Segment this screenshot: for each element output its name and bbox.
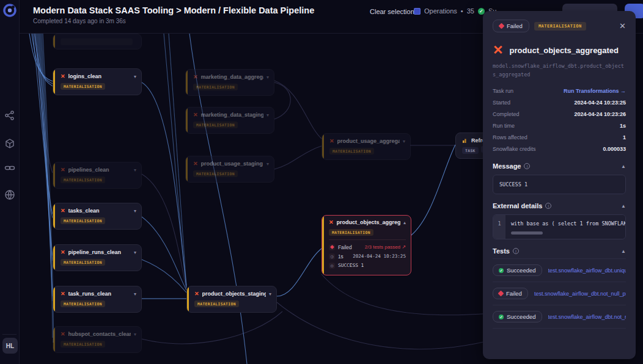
- info-icon: i: [524, 163, 530, 169]
- node-product-objects-aggregated-selected[interactable]: ✕ product_objects_aggregated ▴ MATERIALI…: [322, 215, 411, 275]
- materialisation-badge: MATERIALISATION: [61, 259, 105, 266]
- check-icon: ✓: [499, 315, 504, 319]
- node-accent-bar: [53, 327, 55, 352]
- detail-label: Completed: [493, 111, 520, 117]
- link-icon[interactable]: [4, 162, 15, 173]
- line-number: 1: [493, 215, 505, 239]
- chevron-down-icon[interactable]: ▾: [134, 291, 136, 297]
- test-status-label: Succeeded: [507, 267, 536, 274]
- message-status-icon: ◎: [329, 263, 335, 269]
- node-title: product_objects_staging: [202, 291, 266, 297]
- detail-row: Run time 1s: [493, 120, 626, 131]
- dbt-icon: ✕: [61, 167, 65, 173]
- failed-badge: Failed: [493, 288, 528, 299]
- detail-row: Started 2024-04-24 10:23:25: [493, 96, 626, 108]
- node-product-objects-staging[interactable]: ✕ product_objects_staging ▾ MATERIALISAT…: [186, 286, 277, 313]
- materialisation-badge: MATERIALISATION: [61, 217, 105, 224]
- app-logo-icon[interactable]: [3, 4, 17, 17]
- horizontal-scrollbar[interactable]: [511, 231, 543, 235]
- materialisation-badge: MATERIALISATION: [61, 341, 105, 348]
- materialisation-badge: MATERIALISATION: [329, 148, 374, 155]
- chevron-down-icon[interactable]: ▾: [134, 167, 136, 173]
- tests-bottom-divider: [493, 328, 626, 329]
- node-title: marketing_data_aggregated: [201, 74, 263, 80]
- chevron-down-icon[interactable]: ▾: [403, 139, 405, 144]
- materialisation-badge: MATERIALISATION: [329, 229, 373, 236]
- tests-section-title: Tests: [493, 247, 510, 255]
- dbt-icon: ✕: [493, 43, 504, 57]
- chevron-down-icon[interactable]: ▾: [134, 74, 136, 79]
- info-icon: i: [545, 203, 551, 209]
- node-accent-bar: [53, 245, 55, 271]
- materialisation-badge: MATERIALISATION: [193, 122, 238, 128]
- node-product-usage-staging[interactable]: ✕ product_usage_staging ▾ MATERIALISATIO…: [185, 156, 274, 183]
- node-accent-bar: [53, 162, 55, 188]
- chevron-down-icon[interactable]: ▾: [266, 161, 269, 167]
- materialisation-badge: MATERIALISATION: [61, 177, 105, 183]
- chevron-down-icon[interactable]: ▾: [134, 250, 136, 255]
- user-avatar[interactable]: HL: [2, 338, 18, 354]
- task-run-link[interactable]: Run Transformations →: [564, 88, 626, 94]
- materialisation-badge: MATERIALISATION: [61, 83, 105, 90]
- node-marketing-data-staging[interactable]: ✕ marketing_data_staging ▾ MATERIALISATI…: [185, 107, 274, 134]
- dbt-icon: ✕: [193, 74, 198, 80]
- task-run-details: Task run Run Transformations → Started 2…: [493, 85, 626, 155]
- pipeline-graph-icon[interactable]: [4, 110, 15, 121]
- materialisation-badge: MATERIALISATION: [193, 84, 238, 90]
- node-pipeline-runs-clean[interactable]: ✕ pipeline_runs_clean ▾ MATERIALISATION: [53, 244, 142, 271]
- operations-separator: •: [461, 7, 463, 15]
- close-icon[interactable]: ✕: [619, 21, 626, 31]
- test-link[interactable]: test.snowflake_airflow_dbt.unique_pro: [548, 268, 626, 274]
- node-title: product_objects_aggregated: [337, 219, 400, 225]
- node-status-label: Failed: [338, 244, 352, 250]
- node-tasks-clean[interactable]: ✕ tasks_clean ▾ MATERIALISATION: [53, 203, 142, 230]
- node-task-runs-clean[interactable]: ✕ task_runs_clean ▾ MATERIALISATION: [53, 286, 142, 313]
- chart-icon: [462, 137, 468, 144]
- status-badge: Failed: [493, 20, 529, 32]
- chevron-down-icon[interactable]: ▾: [134, 332, 136, 337]
- dbt-icon: ✕: [193, 161, 198, 167]
- collapse-arrow-icon[interactable]: ▲: [621, 249, 626, 254]
- node-accent-bar: [53, 34, 55, 49]
- node-accent-bar: [322, 216, 324, 275]
- detail-value: 1s: [620, 123, 626, 129]
- node-runtime: 1s: [338, 253, 344, 260]
- node-title: tasks_clean: [68, 208, 131, 214]
- cube-icon[interactable]: [4, 138, 15, 149]
- detail-label: Run time: [493, 123, 515, 129]
- chevron-down-icon[interactable]: ▾: [269, 291, 271, 297]
- node-divider: [329, 239, 406, 240]
- tests-summary-link[interactable]: 2/3 tests passed ↗: [365, 244, 406, 250]
- detail-label: Snowflake credits: [493, 146, 536, 152]
- materialisation-badge: MATERIALISATION: [534, 22, 586, 31]
- sql-code-line: with base as ( select 1 from SNOWFLAKE: [511, 220, 620, 227]
- test-link[interactable]: test.snowflake_airflow_dbt.not_null_pr: [534, 291, 626, 297]
- materialisation-badge: MATERIALISATION: [193, 170, 238, 177]
- task-badge: TASK: [462, 147, 479, 154]
- stub-node[interactable]: [53, 34, 142, 49]
- test-link[interactable]: test.snowflake_airflow_dbt.not_null_pr: [548, 314, 626, 320]
- dbt-icon: ✕: [61, 73, 65, 79]
- globe-icon[interactable]: [4, 189, 15, 200]
- operations-icon: [414, 8, 421, 15]
- node-marketing-data-aggregated[interactable]: ✕ marketing_data_aggregated ▾ MATERIALIS…: [185, 69, 274, 96]
- node-product-usage-aggregated[interactable]: ✕ product_usage_aggregated ▾ MATERIALISA…: [322, 133, 411, 160]
- collapse-arrow-icon[interactable]: ▲: [621, 203, 626, 209]
- chevron-up-icon[interactable]: ▴: [403, 220, 406, 225]
- clear-selection-button[interactable]: Clear selection: [370, 8, 414, 15]
- detail-value: 2024-04-24 10:23:26: [574, 111, 626, 117]
- failed-diamond-icon: [498, 291, 504, 297]
- node-title: pipeline_runs_clean: [68, 249, 131, 255]
- chevron-down-icon[interactable]: ▾: [266, 112, 269, 118]
- node-logins-clean[interactable]: ✕ logins_clean ▾ MATERIALISATION: [53, 68, 142, 95]
- operations-count: 35: [467, 7, 474, 15]
- node-hubspot-contacts-clean[interactable]: ✕ hubspot_contacts_clean ▾ MATERIALISATI…: [53, 326, 142, 353]
- node-pipelines-clean[interactable]: ✕ pipelines_clean ▾ MATERIALISATION: [53, 162, 142, 189]
- chevron-down-icon[interactable]: ▾: [134, 208, 136, 214]
- node-accent-bar: [322, 134, 324, 159]
- chevron-down-icon[interactable]: ▾: [266, 75, 269, 80]
- node-title: pipelines_clean: [68, 167, 131, 173]
- detail-value: 1: [623, 134, 626, 140]
- node-accent-bar: [53, 286, 55, 312]
- collapse-arrow-icon[interactable]: ▲: [621, 164, 626, 169]
